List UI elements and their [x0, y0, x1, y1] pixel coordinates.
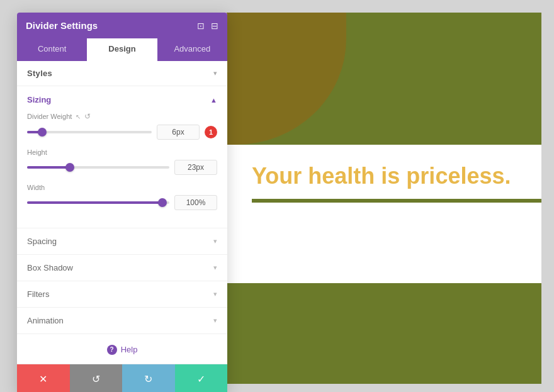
width-input[interactable]: 100% — [174, 195, 217, 210]
width-field: Width 100% — [27, 184, 217, 210]
tab-advanced[interactable]: Advanced — [157, 38, 227, 61]
divider-weight-label-row: Divider Weight ↖ ↺ — [27, 112, 217, 121]
width-slider-thumb[interactable] — [158, 198, 167, 207]
action-bar: ✕ ↺ ↻ ✓ — [17, 364, 227, 393]
box-shadow-label: Box Shadow — [27, 263, 73, 272]
width-label-row: Width — [27, 184, 217, 191]
divider-weight-badge: 1 — [205, 126, 217, 138]
tab-content[interactable]: Content — [17, 38, 87, 61]
help-row: ? Help — [17, 334, 227, 364]
filters-chevron-icon: ▾ — [213, 290, 217, 298]
canvas-headline: Your health is priceless. — [252, 164, 516, 189]
undo-button[interactable]: ↺ — [70, 364, 123, 393]
canvas-content: Your health is priceless. — [227, 13, 541, 384]
sizing-chevron-icon: ▲ — [210, 96, 217, 104]
width-slider-row: 100% — [27, 195, 217, 210]
height-field: Height 23px — [27, 148, 217, 175]
canvas-top-section — [227, 13, 541, 145]
height-slider-row: 23px — [27, 160, 217, 175]
filters-label: Filters — [27, 289, 49, 299]
help-label: Help — [121, 345, 138, 354]
panel-title: Divider Settings — [26, 20, 98, 31]
headline-dot: . — [504, 163, 511, 189]
divider-weight-label: Divider Weight — [27, 113, 72, 120]
expand-icon[interactable]: ⊡ — [197, 21, 205, 31]
sizing-title: Sizing — [27, 95, 51, 104]
help-button[interactable]: ? Help — [107, 345, 138, 355]
height-label-row: Height — [27, 148, 217, 156]
help-icon: ? — [107, 345, 117, 355]
confirm-button[interactable]: ✓ — [175, 364, 228, 393]
styles-section-header[interactable]: Styles ▾ — [17, 61, 227, 86]
panel-header-icons: ⊡ ⊟ — [197, 21, 218, 31]
spacing-chevron-icon: ▾ — [213, 237, 217, 245]
panel-tabs: Content Design Advanced — [17, 38, 227, 61]
divider-weight-slider-row: 6px 1 — [27, 125, 217, 140]
divider-weight-input[interactable]: 6px — [157, 125, 200, 140]
width-slider-track — [27, 201, 169, 204]
canvas-bottom-section — [227, 283, 541, 384]
height-slider[interactable] — [27, 161, 169, 174]
headline-text: Your health is priceless — [252, 163, 504, 189]
filters-section[interactable]: Filters ▾ — [17, 281, 227, 308]
sizing-section: Sizing ▲ Divider Weight ↖ ↺ — [17, 86, 227, 228]
slider-track — [27, 131, 152, 133]
settings-panel: Divider Settings ⊡ ⊟ Content Design Adva… — [17, 13, 227, 392]
animation-label: Animation — [27, 316, 64, 325]
redo-button[interactable]: ↻ — [122, 364, 175, 393]
slider-thumb[interactable] — [38, 128, 47, 137]
divider-weight-slider[interactable] — [27, 126, 152, 138]
animation-section[interactable]: Animation ▾ — [17, 308, 227, 334]
height-input[interactable]: 23px — [174, 160, 217, 175]
height-slider-track — [27, 166, 169, 169]
cancel-button[interactable]: ✕ — [17, 364, 70, 393]
styles-chevron-icon: ▾ — [213, 69, 217, 77]
spacing-section[interactable]: Spacing ▾ — [17, 228, 227, 255]
panel-header: Divider Settings ⊡ ⊟ — [17, 13, 227, 38]
height-slider-fill — [27, 166, 70, 169]
height-slider-thumb[interactable] — [65, 163, 74, 172]
box-shadow-section[interactable]: Box Shadow ▾ — [17, 255, 227, 281]
animation-chevron-icon: ▾ — [213, 316, 217, 325]
canvas-divider-line — [252, 199, 541, 203]
width-slider-fill — [27, 201, 162, 204]
split-icon[interactable]: ⊟ — [211, 21, 218, 31]
panel-body: Styles ▾ Sizing ▲ Divider Weight ↖ ↺ — [17, 61, 227, 392]
tab-design[interactable]: Design — [87, 38, 157, 61]
height-label: Height — [27, 148, 47, 156]
width-label: Width — [27, 184, 45, 191]
reset-icon[interactable]: ↺ — [84, 112, 91, 121]
cursor-icon: ↖ — [76, 113, 81, 120]
width-slider[interactable] — [27, 196, 169, 209]
canvas-white-section: Your health is priceless. — [227, 145, 541, 283]
spacing-label: Spacing — [27, 237, 57, 246]
box-shadow-chevron-icon: ▾ — [213, 264, 217, 272]
divider-weight-field: Divider Weight ↖ ↺ 6px 1 — [27, 112, 217, 140]
sizing-section-header[interactable]: Sizing ▲ — [27, 95, 217, 104]
styles-section-title: Styles — [27, 69, 52, 78]
